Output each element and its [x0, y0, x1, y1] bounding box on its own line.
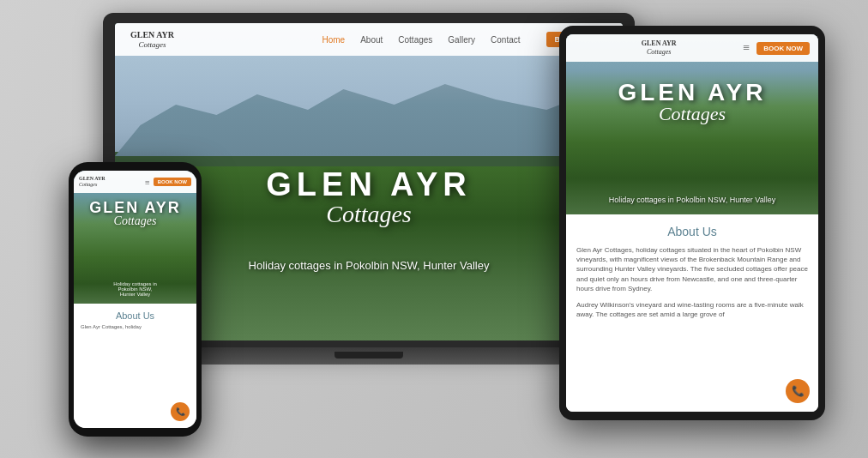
tablet-navbar: GLEN AYR Cottages ≡ BOOK NOW [566, 34, 818, 62]
tablet-screen: GLEN AYR Cottages Holiday cottages in Po… [566, 34, 818, 412]
tablet-book-now-button[interactable]: BOOK NOW [756, 42, 810, 55]
phone-body: GLEN AYR Cottages Holiday cottages inPok… [69, 162, 202, 437]
nav-about[interactable]: About [360, 35, 383, 45]
tablet-about-section: About Us Glen Ayr Cottages, holiday cott… [566, 214, 818, 412]
laptop-notch [335, 352, 403, 359]
laptop-navbar: GLEN AYR Cottages Home About Cottages Ga… [115, 23, 623, 56]
tablet-about-para2: Audrey Wilkinson's vineyard and wine-tas… [576, 300, 808, 319]
nav-home[interactable]: Home [322, 35, 345, 45]
phone-logo: GLEN AYR Cottages [79, 176, 145, 188]
laptop-logo: GLEN AYR Cottages [130, 30, 174, 50]
hero-title-line1: GLEN AYR [266, 170, 471, 199]
tablet-logo: GLEN AYR Cottages [575, 39, 743, 56]
phone-call-button[interactable]: 📞 [171, 402, 190, 421]
tablet-phone-button[interactable]: 📞 [786, 379, 810, 403]
phone-navbar: GLEN AYR Cottages ≡ BOOK NOW [74, 171, 196, 193]
tablet-device: GLEN AYR Cottages Holiday cottages in Po… [559, 26, 825, 420]
tablet-about-para1: Glen Ayr Cottages, holiday cottages situ… [576, 245, 808, 293]
phone-screen: GLEN AYR Cottages Holiday cottages inPok… [74, 171, 196, 428]
phone-hamburger-icon[interactable]: ≡ [145, 178, 150, 187]
phone-device: GLEN AYR Cottages Holiday cottages inPok… [69, 162, 202, 437]
tablet-hero-title: GLEN AYR Cottages [566, 81, 818, 125]
nav-gallery[interactable]: Gallery [448, 35, 475, 45]
phone-about-text: Glen Ayr Cottages, holiday [81, 324, 190, 331]
hero-title: GLEN AYR Cottages [266, 170, 471, 228]
hero-title-line2: Cottages [266, 201, 471, 228]
nav-cottages[interactable]: Cottages [398, 35, 432, 45]
phone-hero-title: GLEN AYR Cottages [74, 201, 196, 228]
phone-hero-subtitle: Holiday cottages inPokolbin NSW,Hunter V… [77, 281, 193, 297]
phone-title-line1: GLEN AYR [74, 201, 196, 214]
hamburger-icon[interactable]: ≡ [743, 41, 750, 55]
tablet-title-line1: GLEN AYR [566, 81, 818, 103]
tablet-about-title: About Us [576, 225, 808, 238]
tablet-body: GLEN AYR Cottages Holiday cottages in Po… [559, 26, 825, 420]
phone-about-title: About Us [81, 310, 190, 321]
phone-book-now-button[interactable]: BOOK NOW [154, 178, 191, 186]
tablet-title-line2: Cottages [566, 103, 818, 125]
scene: GLEN AYR Cottages Home About Cottages Ga… [0, 0, 868, 458]
tablet-hero-tagline: Holiday cottages in Pokolbin NSW, Hunter… [573, 196, 811, 204]
nav-contact[interactable]: Contact [491, 35, 520, 45]
phone-title-line2: Cottages [74, 214, 196, 228]
